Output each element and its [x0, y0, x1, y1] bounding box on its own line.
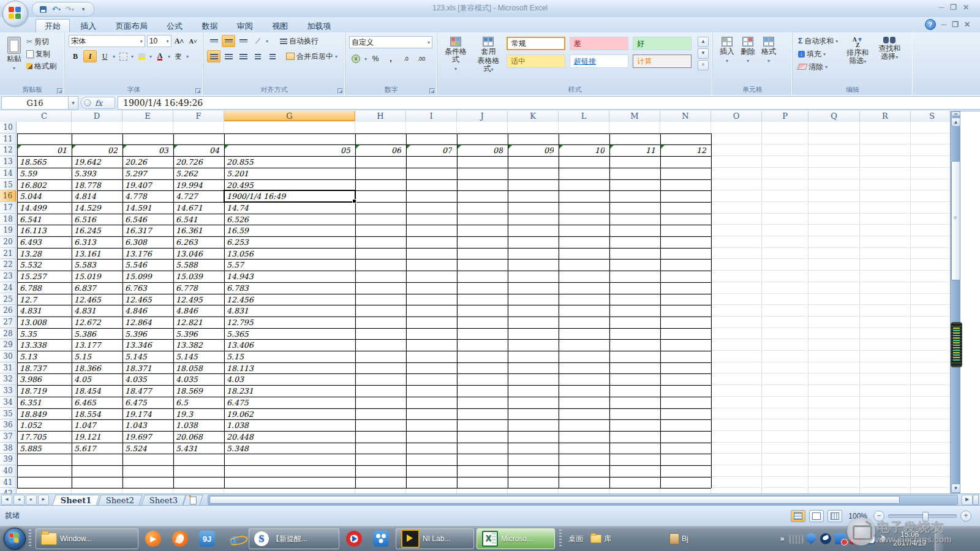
- cell-F27[interactable]: 12.821: [176, 317, 222, 328]
- workbook-minimize-button[interactable]: ─: [941, 20, 947, 29]
- row-header-35[interactable]: 35: [0, 408, 17, 420]
- row-header-41[interactable]: 41: [0, 477, 17, 489]
- font-color-button[interactable]: A: [153, 50, 167, 62]
- cell-F28[interactable]: 5.396: [176, 329, 222, 339]
- cell-D19[interactable]: 16.245: [74, 225, 120, 236]
- prev-sheet-button[interactable]: ◂: [13, 495, 24, 505]
- vsplit-handle[interactable]: ═: [951, 111, 960, 116]
- cell-E20[interactable]: 6.308: [125, 237, 171, 247]
- cell-E28[interactable]: 5.396: [125, 329, 171, 339]
- cell-D35[interactable]: 18.554: [74, 409, 120, 419]
- customize-qat-button[interactable]: ▾: [78, 4, 89, 14]
- cell-C13[interactable]: 18.565: [20, 157, 69, 167]
- align-top-button[interactable]: [207, 35, 221, 47]
- taskbar-player-icon[interactable]: [341, 528, 368, 550]
- cell-F15[interactable]: 19.994: [176, 180, 222, 190]
- cell-E31[interactable]: 18.371: [125, 363, 171, 373]
- cell-C30[interactable]: 5.13: [20, 351, 69, 362]
- cell-E27[interactable]: 12.864: [125, 317, 171, 328]
- row-header-38[interactable]: 38: [0, 443, 17, 454]
- start-button[interactable]: [4, 528, 26, 550]
- tab-insert[interactable]: 插入: [72, 20, 105, 33]
- cell-D13[interactable]: 19.642: [74, 157, 120, 167]
- cell-F32[interactable]: 4.035: [176, 374, 222, 384]
- font-name-select[interactable]: 宋体▾: [69, 35, 145, 47]
- bold-button[interactable]: B: [69, 50, 82, 62]
- cell-F18[interactable]: 6.541: [176, 214, 222, 225]
- tray-red-app-icon[interactable]: 固: [850, 533, 861, 544]
- row-header-39[interactable]: 39: [0, 454, 17, 465]
- cell-F37[interactable]: 20.068: [176, 432, 222, 442]
- cell-E14[interactable]: 5.297: [125, 168, 171, 179]
- cell-C24[interactable]: 6.788: [20, 283, 69, 293]
- row-header-24[interactable]: 24: [0, 282, 17, 294]
- cell-E21[interactable]: 13.176: [125, 249, 171, 259]
- cell-G14[interactable]: 5.201: [227, 168, 353, 179]
- page-layout-view-button[interactable]: [809, 510, 824, 522]
- conditional-formatting-button[interactable]: 条件格式▾: [441, 35, 470, 75]
- increase-decimal-button[interactable]: .0: [399, 53, 413, 65]
- cell-G33[interactable]: 18.231: [227, 386, 353, 396]
- cell-C17[interactable]: 14.499: [20, 203, 69, 213]
- cell-F35[interactable]: 19.3: [176, 409, 222, 419]
- fill-button[interactable]: ↓填充▾: [796, 48, 840, 59]
- scroll-down-arrow[interactable]: ▼: [951, 484, 960, 493]
- taskbar-labview-window[interactable]: NI Lab...: [396, 528, 474, 549]
- cell-F19[interactable]: 16.361: [176, 225, 222, 236]
- align-right-button[interactable]: [236, 50, 250, 62]
- tray-shield-icon[interactable]: [806, 533, 816, 544]
- cell-C34[interactable]: 6.351: [20, 397, 69, 408]
- row-header-13[interactable]: 13: [0, 156, 17, 168]
- column-header-J[interactable]: J: [457, 111, 508, 121]
- cell-C28[interactable]: 5.35: [20, 329, 69, 339]
- cell-F38[interactable]: 5.431: [176, 443, 222, 454]
- zoom-slider[interactable]: [888, 514, 957, 518]
- cell-F21[interactable]: 13.046: [176, 249, 222, 259]
- row-header-29[interactable]: 29: [0, 339, 17, 351]
- fill-color-button[interactable]: [135, 50, 148, 62]
- column-header-E[interactable]: E: [123, 111, 173, 121]
- tray-bird-icon[interactable]: [820, 533, 831, 544]
- orientation-button[interactable]: ⟋: [251, 35, 265, 47]
- cell-G18[interactable]: 6.526: [227, 214, 353, 225]
- cell-E19[interactable]: 16.317: [125, 225, 171, 236]
- cell-C37[interactable]: 17.705: [20, 432, 69, 442]
- cell-G13[interactable]: 20.855: [227, 157, 353, 167]
- tab-page-layout[interactable]: 页面布局: [107, 20, 156, 33]
- cell-E32[interactable]: 4.035: [125, 374, 171, 384]
- cell-C35[interactable]: 18.849: [20, 409, 69, 419]
- cell-E29[interactable]: 13.346: [125, 340, 171, 350]
- first-sheet-button[interactable]: ◄: [1, 495, 12, 505]
- taskbar-chat-app-icon[interactable]: 9J: [194, 528, 221, 550]
- cell-L12[interactable]: 10: [559, 145, 605, 156]
- cut-button[interactable]: ✂剪切: [24, 36, 58, 47]
- cell-G25[interactable]: 12.456: [227, 294, 353, 305]
- styles-more[interactable]: ≡: [698, 60, 709, 70]
- zoom-level[interactable]: 100%: [848, 512, 867, 520]
- tab-review[interactable]: 审阅: [228, 20, 262, 33]
- format-cells-button[interactable]: 格式▾: [758, 35, 779, 67]
- increase-indent-button[interactable]: [266, 50, 279, 62]
- cell-C29[interactable]: 13.338: [20, 340, 69, 350]
- align-left-button[interactable]: [207, 50, 221, 62]
- worksheet-grid[interactable]: 1011121314151617181920212223242526272829…: [0, 122, 950, 493]
- cell-N12[interactable]: 12: [661, 145, 706, 156]
- restore-button[interactable]: ❐: [950, 3, 957, 12]
- zoom-in-button[interactable]: +: [960, 511, 971, 522]
- row-header-12[interactable]: 12: [0, 144, 17, 156]
- cell-E35[interactable]: 19.174: [125, 409, 171, 419]
- font-dialog-launcher[interactable]: [195, 88, 201, 94]
- copy-button[interactable]: 复制: [24, 48, 58, 59]
- row-header-14[interactable]: 14: [0, 168, 17, 179]
- cell-G34[interactable]: 6.475: [227, 397, 353, 408]
- cell-D28[interactable]: 5.386: [74, 329, 120, 339]
- workbook-close-button[interactable]: ✕: [964, 20, 970, 29]
- cell-E13[interactable]: 20.26: [125, 157, 171, 167]
- autosum-button[interactable]: Σ自动求和▾: [796, 36, 840, 47]
- vscroll-thumb[interactable]: [951, 161, 960, 280]
- cell-F29[interactable]: 13.382: [176, 340, 222, 350]
- align-middle-button[interactable]: [222, 35, 235, 47]
- cell-J12[interactable]: 08: [458, 145, 503, 156]
- row-header-32[interactable]: 32: [0, 373, 17, 385]
- merge-center-button[interactable]: 合并后居中▾: [284, 51, 339, 62]
